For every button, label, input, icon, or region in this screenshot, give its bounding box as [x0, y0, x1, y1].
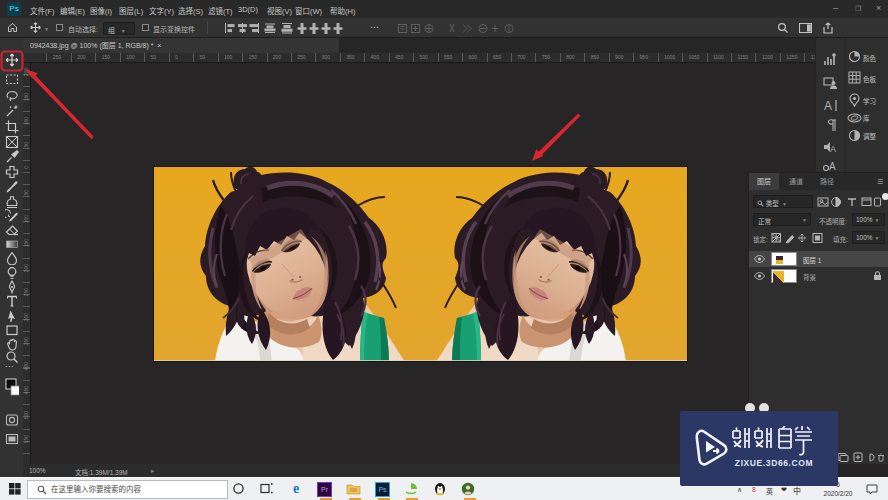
svg-text:A: A [829, 161, 836, 172]
svg-text:A: A [830, 144, 836, 154]
svg-text:A: A [824, 99, 832, 113]
